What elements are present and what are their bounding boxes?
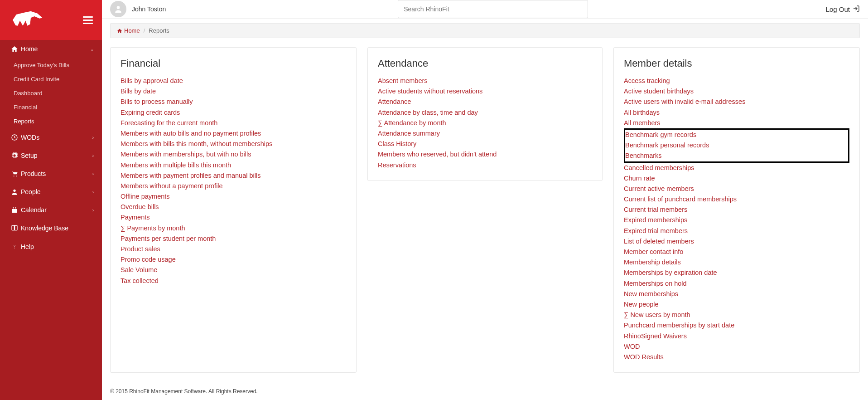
report-link[interactable]: Attendance by month <box>378 118 592 128</box>
report-link[interactable]: Memberships on hold <box>624 278 849 289</box>
report-link[interactable]: Active users with invalid e-mail address… <box>624 97 849 107</box>
report-link[interactable]: Current active members <box>624 184 849 194</box>
report-link[interactable]: Current list of punchcard memberships <box>624 194 849 205</box>
report-link[interactable]: Bills by date <box>121 86 346 97</box>
sidebar-item-label: Setup <box>21 152 38 159</box>
report-link[interactable]: Payments per student per month <box>121 234 346 244</box>
report-link[interactable]: Members without a payment profile <box>121 181 346 191</box>
report-link[interactable]: Payments by month <box>121 223 346 234</box>
clock-icon <box>8 134 21 141</box>
report-link[interactable]: Class History <box>378 139 592 149</box>
report-link[interactable]: Benchmark gym records <box>625 130 848 140</box>
sidebar-subitem-approve-today-s-bills[interactable]: Approve Today's Bills <box>0 58 102 72</box>
report-link[interactable]: New users by month <box>624 310 849 320</box>
report-link[interactable]: Members with memberships, but with no bi… <box>121 149 346 160</box>
report-link[interactable]: Benchmark personal records <box>625 140 848 151</box>
report-link[interactable]: Cancelled memberships <box>624 163 849 173</box>
report-link[interactable]: Payments <box>121 212 346 223</box>
report-link[interactable]: Bills by approval date <box>121 76 346 86</box>
report-link[interactable]: Members with multiple bills this month <box>121 160 346 171</box>
panel-financial: Financial Bills by approval dateBills by… <box>110 47 357 373</box>
panel-title: Financial <box>121 58 346 69</box>
help-icon <box>8 243 21 251</box>
report-link[interactable]: Current trial members <box>624 205 849 215</box>
sidebar-home-submenu: Approve Today's BillsCredit Card InviteD… <box>0 58 102 128</box>
breadcrumb-home[interactable]: Home <box>117 27 140 34</box>
report-link[interactable]: Expired trial members <box>624 226 849 236</box>
book-icon <box>8 224 21 232</box>
report-link[interactable]: All birthdays <box>624 107 849 118</box>
content: John Toston Log Out Home / Reports Finan… <box>102 0 868 400</box>
sidebar-item-setup[interactable]: Setup› <box>0 146 102 165</box>
report-link[interactable]: Access tracking <box>624 76 849 86</box>
sidebar-subitem-financial[interactable]: Financial <box>0 100 102 114</box>
sidebar-subitem-dashboard[interactable]: Dashboard <box>0 86 102 100</box>
search-input[interactable] <box>398 0 588 18</box>
report-link[interactable]: Promo code usage <box>121 254 346 265</box>
report-link[interactable]: New people <box>624 299 849 310</box>
report-link[interactable]: New memberships <box>624 289 849 299</box>
report-link[interactable]: Punchcard memberships by start date <box>624 320 849 331</box>
svg-point-2 <box>16 176 17 176</box>
panel-title: Attendance <box>378 58 592 69</box>
report-link[interactable]: Product sales <box>121 244 346 254</box>
report-link[interactable]: Members with payment profiles and manual… <box>121 171 346 181</box>
app-root: Home ⌄ Approve Today's BillsCredit Card … <box>0 0 868 400</box>
sidebar-item-label: Calendar <box>21 206 47 214</box>
report-link[interactable]: Members with auto bills and no payment p… <box>121 128 346 139</box>
logout-icon <box>853 5 860 14</box>
home-icon <box>117 28 122 34</box>
user-name-label: John Toston <box>132 5 166 13</box>
sidebar-item-knowledge-base[interactable]: Knowledge Base <box>0 219 102 237</box>
report-link[interactable]: All members <box>624 118 849 128</box>
report-link[interactable]: Sale Volume <box>121 265 346 275</box>
report-link[interactable]: Expired memberships <box>624 215 849 225</box>
report-link[interactable]: Absent members <box>378 76 592 86</box>
report-link[interactable]: Expiring credit cards <box>121 107 346 118</box>
sidebar-item-calendar[interactable]: Calendar› <box>0 201 102 219</box>
sidebar-item-people[interactable]: People› <box>0 183 102 201</box>
report-link[interactable]: Member contact info <box>624 247 849 257</box>
report-link[interactable]: Churn rate <box>624 173 849 184</box>
report-link[interactable]: WOD Results <box>624 352 849 362</box>
report-link[interactable]: Attendance <box>378 97 592 107</box>
menu-toggle-button[interactable] <box>83 16 93 24</box>
report-link[interactable]: RhinoSigned Waivers <box>624 331 849 341</box>
rhino-logo-icon <box>9 9 45 31</box>
sidebar-item-products[interactable]: Products› <box>0 165 102 183</box>
report-link[interactable]: Memberships by expiration date <box>624 268 849 278</box>
report-link[interactable]: Attendance summary <box>378 128 592 139</box>
svg-point-3 <box>13 190 15 192</box>
panel-title: Member details <box>624 58 849 69</box>
sidebar-subitem-credit-card-invite[interactable]: Credit Card Invite <box>0 72 102 86</box>
sidebar-item-help[interactable]: Help <box>0 237 102 256</box>
panel-member-details: Member details Access trackingActive stu… <box>613 47 860 373</box>
logout-button[interactable]: Log Out <box>826 5 860 14</box>
cart-icon <box>8 170 21 177</box>
hamburger-icon <box>83 16 93 24</box>
report-link[interactable]: List of deleted members <box>624 236 849 247</box>
report-link[interactable]: Membership details <box>624 257 849 268</box>
sidebar-item-label: WODs <box>21 134 39 141</box>
sidebar-item-home[interactable]: Home ⌄ <box>0 40 102 58</box>
sidebar-item-wods[interactable]: WODs› <box>0 128 102 146</box>
report-link[interactable]: Bills to process manually <box>121 97 346 107</box>
avatar[interactable] <box>110 1 126 17</box>
sidebar-subitem-reports[interactable]: Reports <box>0 114 102 128</box>
report-link[interactable]: Reservations <box>378 160 592 171</box>
breadcrumb-separator: / <box>144 27 145 34</box>
report-link[interactable]: Benchmarks <box>625 151 848 161</box>
report-link[interactable]: Overdue bills <box>121 202 346 212</box>
report-link[interactable]: Offline payments <box>121 191 346 202</box>
report-link[interactable]: WOD <box>624 341 849 352</box>
report-link[interactable]: Forecasting for the current month <box>121 118 346 128</box>
svg-rect-7 <box>15 207 16 208</box>
report-link[interactable]: Tax collected <box>121 276 346 286</box>
report-link[interactable]: Active students without reservations <box>378 86 592 97</box>
report-link[interactable]: Members with bills this month, without m… <box>121 139 346 149</box>
logout-label: Log Out <box>826 5 850 13</box>
report-link[interactable]: Attendance by class, time and day <box>378 107 592 118</box>
report-link[interactable]: Active student birthdays <box>624 86 849 97</box>
chevron-right-icon: › <box>92 135 94 140</box>
report-link[interactable]: Members who reserved, but didn't attend <box>378 149 592 160</box>
